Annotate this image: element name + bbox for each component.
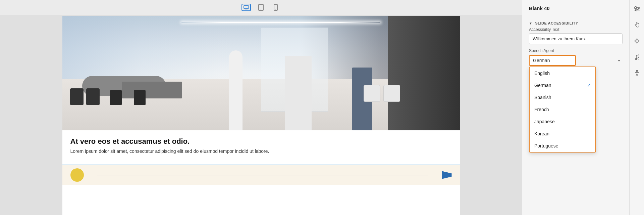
icon-strip <box>629 0 644 215</box>
arrows-icon[interactable] <box>632 36 642 46</box>
dropdown-item-english-label: English <box>534 71 550 76</box>
dropdown-item-english[interactable]: English <box>530 67 595 79</box>
dropdown-item-spanish-label: Spanish <box>534 95 551 100</box>
hand-icon[interactable] <box>632 20 642 30</box>
speech-agent-select[interactable]: English German Spanish French Japanese K… <box>529 55 576 66</box>
accessibility-field-label: Accessibility Text <box>529 27 623 32</box>
slide-canvas: At vero eos et accusamus et odio. Lorem … <box>62 16 460 215</box>
main-canvas-area: At vero eos et accusamus et odio. Lorem … <box>0 0 522 215</box>
dropdown-item-german-label: German <box>534 83 551 88</box>
slide-heading: At vero eos et accusamus et odio. <box>70 137 452 146</box>
dropdown-item-spanish[interactable]: Spanish <box>530 91 595 103</box>
check-icon: ✓ <box>587 83 591 88</box>
section-label: ▼ Slide Accessibility <box>522 17 629 27</box>
svg-rect-0 <box>244 6 249 9</box>
svg-rect-1 <box>245 8 247 9</box>
tablet-device-button[interactable] <box>256 4 266 11</box>
office-background <box>62 16 460 130</box>
dropdown-arrow-icon: ▾ <box>618 59 620 62</box>
device-toolbar <box>0 0 522 15</box>
svg-point-15 <box>635 58 637 60</box>
svg-point-6 <box>275 9 276 10</box>
svg-rect-2 <box>245 9 248 9</box>
filters-icon[interactable] <box>632 4 642 13</box>
svg-line-20 <box>636 74 637 76</box>
svg-point-12 <box>635 9 637 11</box>
svg-point-16 <box>638 57 639 59</box>
flag-icon <box>442 171 452 179</box>
accessibility-icon[interactable] <box>632 69 642 78</box>
slide-text-area: At vero eos et accusamus et odio. Lorem … <box>62 130 460 165</box>
music-icon[interactable] <box>632 52 642 62</box>
dropdown-item-korean-label: Korean <box>534 131 549 136</box>
dropdown-item-german[interactable]: German ✓ <box>530 79 595 91</box>
desktop-device-button[interactable] <box>241 4 251 11</box>
dropdown-item-french-label: French <box>534 107 549 112</box>
circle-icon <box>70 168 84 182</box>
svg-point-4 <box>261 9 261 10</box>
accessibility-text-input[interactable] <box>529 33 623 44</box>
right-sidebar: Blank 40 ▼ Slide Accessibility Accessibi… <box>522 0 629 215</box>
slide-bottom-strip <box>62 165 460 185</box>
speech-agent-section: Speech Agent English German Spanish Fren… <box>522 48 629 66</box>
speech-agent-label: Speech Agent <box>529 48 623 53</box>
dropdown-item-french[interactable]: French <box>530 103 595 116</box>
sidebar-header: Blank 40 <box>522 0 629 17</box>
svg-point-10 <box>635 7 636 8</box>
chevron-icon: ▼ <box>529 22 532 25</box>
svg-point-17 <box>636 70 638 72</box>
speech-agent-dropdown-container: English German Spanish French Japanese K… <box>529 55 623 66</box>
speech-agent-dropdown-menu: English German ✓ Spanish French Japanese… <box>529 67 596 153</box>
dropdown-item-japanese[interactable]: Japanese <box>530 116 595 128</box>
accessibility-section: Accessibility Text <box>522 27 629 48</box>
svg-line-21 <box>637 74 638 76</box>
mobile-device-button[interactable] <box>271 4 280 11</box>
slide-body: Lorem ipsum dolor sit amet, consectetur … <box>70 148 452 154</box>
dropdown-item-korean[interactable]: Korean <box>530 128 595 140</box>
dropdown-item-portuguese[interactable]: Portuguese <box>530 140 595 152</box>
section-title: Slide Accessibility <box>535 21 578 25</box>
dropdown-item-japanese-label: Japanese <box>534 119 555 124</box>
dropdown-item-portuguese-label: Portuguese <box>534 143 558 148</box>
sidebar-title: Blank 40 <box>529 5 550 11</box>
slide-image <box>62 16 460 130</box>
